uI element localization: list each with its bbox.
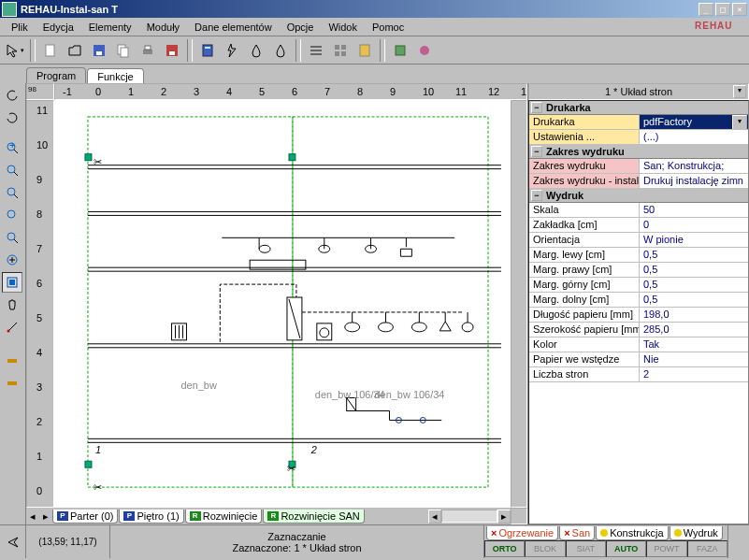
drop-red-button[interactable]	[269, 39, 292, 62]
status-icon[interactable]	[0, 525, 26, 558]
grid-button[interactable]	[329, 39, 352, 62]
drop-blue-button[interactable]	[245, 39, 267, 62]
layer-b-button[interactable]	[2, 373, 22, 394]
menu-plik[interactable]: Plik	[4, 20, 36, 35]
status-tab[interactable]: ×San	[559, 526, 595, 540]
status-tab[interactable]: Wydruk	[670, 526, 723, 540]
menu-opcje[interactable]: Opcje	[280, 20, 322, 35]
property-value[interactable]: 2	[640, 367, 748, 381]
pointer-tool-button[interactable]: ▾	[4, 39, 26, 62]
mode-siat[interactable]: SIAT	[566, 540, 606, 557]
tab-funkcje[interactable]: Funkcje	[87, 68, 144, 84]
zoom-fit-button[interactable]	[2, 182, 22, 203]
sheet-tab-pietro[interactable]: PPiętro (1)	[119, 510, 183, 524]
status-tab[interactable]: ×Ogrzewanie	[486, 526, 558, 540]
menu-widok[interactable]: Widok	[321, 20, 365, 35]
property-row[interactable]: Długość papieru [mm]198,0	[529, 308, 748, 323]
property-row[interactable]: Liczba stron2	[529, 367, 748, 382]
vertical-scrollbar[interactable]	[511, 100, 527, 508]
mode-powt[interactable]: POWT	[646, 540, 686, 557]
property-value[interactable]: 0,5	[640, 263, 748, 277]
property-value[interactable]: pdfFactory	[640, 115, 748, 129]
property-row[interactable]: Ustawienia ...(...)	[529, 130, 748, 145]
property-value[interactable]: San; Konstrukcja;	[640, 159, 748, 173]
zoom-out-button[interactable]	[2, 160, 22, 180]
save-disk-button[interactable]	[161, 39, 183, 62]
copy-button[interactable]	[112, 39, 135, 62]
menu-pomoc[interactable]: Pomoc	[365, 20, 411, 35]
layer-a-button[interactable]	[2, 351, 22, 371]
collapse-icon[interactable]: −	[531, 146, 542, 157]
sheet-tab-rozwiniecie[interactable]: RRozwinięcie	[185, 510, 263, 524]
mode-faza[interactable]: FAZA	[687, 540, 727, 557]
menu-edycja[interactable]: Edycja	[36, 20, 81, 35]
tool-b-button[interactable]	[413, 39, 436, 62]
undo-button[interactable]	[2, 85, 22, 106]
new-button[interactable]	[39, 39, 62, 62]
property-value[interactable]: W pionie	[640, 233, 748, 247]
mode-orto[interactable]: ORTO	[484, 540, 525, 557]
maximize-button[interactable]: □	[715, 3, 730, 16]
tab-program[interactable]: Program	[26, 67, 86, 83]
property-row[interactable]: Zakładka [cm]0	[529, 218, 748, 233]
menu-dane[interactable]: Dane elementów	[187, 20, 280, 35]
minimize-button[interactable]: _	[699, 3, 713, 16]
mode-blok[interactable]: BLOK	[525, 540, 565, 557]
tab-scroll-left[interactable]: ◂	[26, 510, 39, 523]
property-row[interactable]: OrientacjaW pionie	[529, 233, 748, 248]
property-value[interactable]: Tak	[640, 337, 748, 352]
properties-header-dropdown[interactable]: ▾	[733, 85, 746, 98]
section-header[interactable]: −Drukarka	[529, 101, 748, 115]
calc-button[interactable]	[196, 39, 219, 62]
section-header[interactable]: −Wydruk	[529, 189, 748, 203]
zoom-sel-button[interactable]	[2, 205, 22, 225]
measure-button[interactable]	[2, 317, 22, 337]
property-value[interactable]: Drukuj instalację zimn	[640, 174, 748, 188]
redo-button[interactable]	[2, 108, 22, 128]
property-value[interactable]: 0	[640, 218, 748, 232]
catalog-button[interactable]	[353, 39, 376, 62]
zoom-all-button[interactable]	[2, 227, 22, 248]
property-value[interactable]: 0,5	[640, 248, 748, 262]
menu-moduly[interactable]: Moduły	[139, 20, 187, 35]
property-value[interactable]: 198,0	[640, 308, 748, 322]
hscroll-right[interactable]: ▸	[497, 510, 511, 524]
property-row[interactable]: DrukarkapdfFactory	[529, 115, 748, 130]
status-tab[interactable]: Konstrukcja	[596, 526, 668, 540]
section-header[interactable]: −Zakres wydruku	[529, 145, 748, 159]
sheet-tab-parter[interactable]: PParter (0)	[52, 510, 118, 524]
sheet-tab-rozwiniecie-san[interactable]: RRozwinięcie SAN	[263, 510, 364, 524]
list-button[interactable]	[305, 39, 327, 62]
property-row[interactable]: Marg. dolny [cm]0,5	[529, 293, 748, 308]
property-row[interactable]: Zakres wydrukuSan; Konstrukcja;	[529, 159, 748, 174]
print-button[interactable]	[137, 39, 159, 62]
property-value[interactable]: Nie	[640, 352, 748, 366]
collapse-icon[interactable]: −	[531, 190, 542, 201]
close-button[interactable]: ×	[732, 3, 747, 16]
property-row[interactable]: KolorTak	[529, 337, 748, 352]
mode-auto[interactable]: AUTO	[606, 540, 646, 557]
page-layout-button[interactable]	[2, 272, 22, 293]
property-row[interactable]: Papier we wstędzeNie	[529, 352, 748, 367]
property-value[interactable]: 0,5	[640, 293, 748, 307]
property-row[interactable]: Skala50	[529, 203, 748, 218]
menu-elementy[interactable]: Elementy	[81, 20, 139, 35]
bolt-button[interactable]	[221, 39, 243, 62]
open-button[interactable]	[64, 39, 86, 62]
zoom-in-button[interactable]: +	[2, 137, 22, 158]
property-value[interactable]: 0,5	[640, 278, 748, 292]
pan-button[interactable]	[2, 294, 22, 315]
tab-scroll-right[interactable]: ▸	[39, 510, 52, 523]
property-row[interactable]: Marg. lewy [cm]0,5	[529, 248, 748, 263]
property-value[interactable]: (...)	[640, 130, 748, 144]
property-row[interactable]: Marg. prawy [cm]0,5	[529, 263, 748, 278]
horizontal-scrollbar[interactable]	[441, 510, 497, 523]
zoom-win-button[interactable]	[2, 250, 22, 270]
hscroll-left[interactable]: ◂	[428, 510, 441, 524]
property-value[interactable]: 285,0	[640, 323, 748, 337]
property-value[interactable]: 50	[640, 203, 748, 217]
property-row[interactable]: Marg. górny [cm]0,5	[529, 278, 748, 293]
property-row[interactable]: Szerokość papieru [mm]285,0	[529, 323, 748, 337]
collapse-icon[interactable]: −	[531, 102, 542, 113]
tool-a-button[interactable]	[389, 39, 411, 62]
